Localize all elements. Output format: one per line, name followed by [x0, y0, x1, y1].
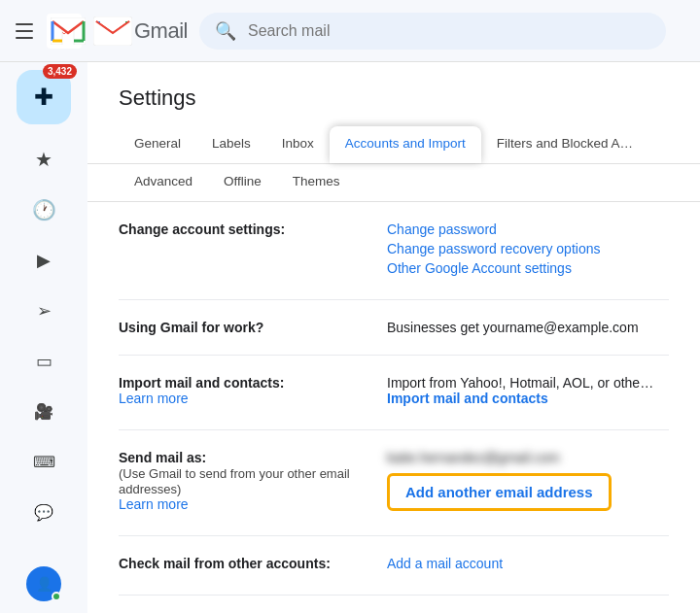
sidebar-item-drafts[interactable]: ➢ [9, 288, 79, 334]
sidebar-item-keyboard[interactable]: ⌨ [9, 439, 79, 486]
row-label-sendmail: Send mail as: (Use Gmail to send from yo… [119, 450, 371, 516]
sidebar-item-chat[interactable]: ▭ [9, 338, 79, 385]
tab-labels[interactable]: Labels [196, 126, 266, 163]
app-logo: Gmail [93, 17, 188, 46]
user-avatar[interactable]: 👤 [26, 566, 61, 601]
main-layout: ✚ 3,432 ★ 🕐 ▶ ➢ ▭ 🎥 ⌨ 💬 👤 [0, 62, 700, 613]
row-label-import: Import mail and contacts: Learn more [119, 375, 371, 410]
settings-row-account: Change account settings: Change password… [119, 202, 669, 300]
star-icon: ★ [35, 150, 52, 169]
settings-row-import: Import mail and contacts: Learn more Imp… [119, 356, 669, 430]
settings-content: Change account settings: Change password… [88, 202, 700, 596]
app-name: Gmail [134, 18, 188, 44]
settings-row-sendmail: Send mail as: (Use Gmail to send from yo… [119, 430, 669, 536]
row-value-import: Import from Yahoo!, Hotmail, AOL, or oth… [387, 375, 669, 410]
search-icon: 🔍 [215, 20, 236, 42]
gmail-logo [47, 14, 82, 49]
change-password-recovery-link[interactable]: Change password recovery options [387, 241, 669, 256]
google-account-settings-link[interactable]: Other Google Account settings [387, 260, 669, 276]
sidebar-item-recent[interactable]: 🕐 [9, 187, 79, 233]
topbar: Gmail 🔍 [0, 0, 700, 62]
sendmail-learn-more-link[interactable]: Learn more [119, 496, 371, 512]
keyboard-icon: ⌨ [33, 455, 55, 470]
online-status-dot [52, 592, 61, 601]
unread-badge: 3,432 [43, 64, 77, 79]
tab-themes[interactable]: Themes [277, 164, 356, 201]
tab-general[interactable]: General [119, 126, 196, 163]
row-value-checkmail: Add a mail account [387, 556, 669, 575]
tab-inbox[interactable]: Inbox [266, 126, 330, 163]
tab-accounts-import[interactable]: Accounts and Import [330, 126, 481, 163]
add-mail-account-link[interactable]: Add a mail account [387, 556, 669, 571]
clock-icon: 🕐 [32, 200, 56, 220]
change-password-link[interactable]: Change password [387, 221, 669, 237]
tab-advanced[interactable]: Advanced [119, 164, 208, 201]
sidebar-item-starred[interactable]: ★ [9, 136, 79, 183]
sidebar-item-sent[interactable]: ▶ [9, 237, 79, 284]
settings-tabs-row2: Advanced Offline Themes [88, 164, 700, 202]
row-label-work: Using Gmail for work? [119, 320, 371, 335]
compose-button[interactable]: ✚ 3,432 [17, 70, 71, 124]
import-learn-more-link[interactable]: Learn more [119, 391, 371, 406]
import-mail-contacts-link[interactable]: Import mail and contacts [387, 391, 669, 406]
row-label-account: Change account settings: [119, 221, 371, 237]
settings-row-work: Using Gmail for work? Businesses get you… [119, 300, 669, 356]
row-label-checkmail: Check mail from other accounts: [119, 556, 371, 571]
settings-title: Settings [119, 85, 669, 111]
row-value-account: Change password Change password recovery… [387, 221, 669, 280]
sent-icon: ▶ [37, 252, 51, 269]
row-value-work: Businesses get yourname@example.com [387, 320, 669, 335]
settings-header: Settings [88, 62, 700, 111]
blurred-email: katie.hernandez@gmail.com [387, 450, 669, 465]
spaces-icon: 💬 [34, 505, 53, 521]
settings-row-checkmail: Check mail from other accounts: Add a ma… [119, 536, 669, 596]
search-bar[interactable]: 🔍 [199, 13, 666, 50]
menu-icon[interactable] [16, 21, 35, 41]
tab-offline[interactable]: Offline [208, 164, 277, 201]
draft-icon: ➢ [37, 302, 52, 320]
video-icon: 🎥 [34, 404, 53, 420]
sidebar-item-spaces[interactable]: 💬 [9, 490, 79, 536]
chat-icon: ▭ [36, 353, 52, 370]
content-area: Settings General Labels Inbox Accounts a… [88, 62, 700, 613]
sidebar-item-meet[interactable]: 🎥 [9, 389, 79, 435]
row-value-sendmail: katie.hernandez@gmail.com Add another em… [387, 450, 669, 511]
search-input[interactable] [248, 22, 650, 40]
sidebar: ✚ 3,432 ★ 🕐 ▶ ➢ ▭ 🎥 ⌨ 💬 👤 [0, 62, 88, 613]
tab-filters[interactable]: Filters and Blocked A… [481, 126, 648, 163]
avatar-initials: 👤 [36, 576, 52, 592]
add-email-button[interactable]: Add another email address [387, 473, 612, 511]
plus-icon: ✚ [34, 84, 53, 111]
settings-tabs-row1: General Labels Inbox Accounts and Import… [88, 126, 700, 164]
